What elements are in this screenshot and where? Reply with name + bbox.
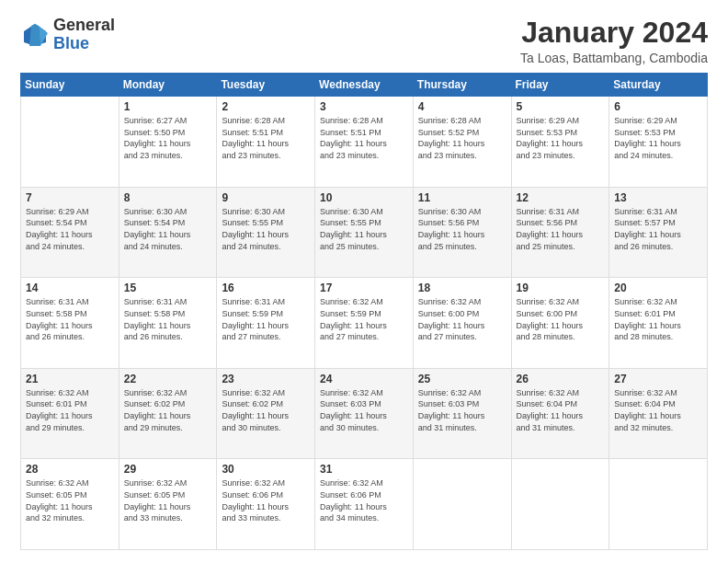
day-number: 13 <box>614 191 702 204</box>
day-number: 16 <box>222 282 310 294</box>
day-number: 4 <box>418 100 506 113</box>
week-row-1: 1Sunrise: 6:27 AM Sunset: 5:50 PM Daylig… <box>21 97 708 188</box>
week-row-5: 28Sunrise: 6:32 AM Sunset: 6:05 PM Dayli… <box>21 459 708 550</box>
day-header-thursday: Thursday <box>413 74 511 97</box>
calendar-cell: 6Sunrise: 6:29 AM Sunset: 5:53 PM Daylig… <box>609 97 708 188</box>
day-info: Sunrise: 6:31 AM Sunset: 5:58 PM Dayligh… <box>124 296 212 342</box>
day-info: Sunrise: 6:32 AM Sunset: 6:06 PM Dayligh… <box>320 477 408 523</box>
logo: General Blue <box>20 17 115 53</box>
day-info: Sunrise: 6:32 AM Sunset: 6:04 PM Dayligh… <box>614 387 702 433</box>
day-number: 10 <box>320 191 408 204</box>
day-info: Sunrise: 6:28 AM Sunset: 5:52 PM Dayligh… <box>418 115 506 161</box>
calendar-cell: 13Sunrise: 6:31 AM Sunset: 5:57 PM Dayli… <box>609 187 708 278</box>
calendar-cell <box>21 97 119 188</box>
day-info: Sunrise: 6:32 AM Sunset: 5:59 PM Dayligh… <box>320 296 408 342</box>
calendar-cell: 16Sunrise: 6:31 AM Sunset: 5:59 PM Dayli… <box>217 278 315 369</box>
day-header-wednesday: Wednesday <box>315 74 414 97</box>
calendar-cell: 14Sunrise: 6:31 AM Sunset: 5:58 PM Dayli… <box>21 278 119 369</box>
calendar-cell: 19Sunrise: 6:32 AM Sunset: 6:00 PM Dayli… <box>511 278 609 369</box>
day-info: Sunrise: 6:31 AM Sunset: 5:58 PM Dayligh… <box>26 296 114 342</box>
day-info: Sunrise: 6:30 AM Sunset: 5:54 PM Dayligh… <box>124 206 212 252</box>
week-row-2: 7Sunrise: 6:29 AM Sunset: 5:54 PM Daylig… <box>21 187 708 278</box>
day-info: Sunrise: 6:30 AM Sunset: 5:55 PM Dayligh… <box>320 206 408 252</box>
calendar-header-row: SundayMondayTuesdayWednesdayThursdayFrid… <box>21 74 708 97</box>
calendar-cell: 8Sunrise: 6:30 AM Sunset: 5:54 PM Daylig… <box>119 187 217 278</box>
day-header-tuesday: Tuesday <box>217 74 315 97</box>
calendar-cell: 7Sunrise: 6:29 AM Sunset: 5:54 PM Daylig… <box>21 187 119 278</box>
day-number: 27 <box>614 373 702 385</box>
day-number: 17 <box>320 282 408 294</box>
day-info: Sunrise: 6:32 AM Sunset: 6:01 PM Dayligh… <box>614 296 702 342</box>
calendar-cell: 28Sunrise: 6:32 AM Sunset: 6:05 PM Dayli… <box>21 459 119 550</box>
day-header-monday: Monday <box>119 74 217 97</box>
day-info: Sunrise: 6:32 AM Sunset: 6:00 PM Dayligh… <box>517 296 605 342</box>
calendar-cell: 23Sunrise: 6:32 AM Sunset: 6:02 PM Dayli… <box>217 368 315 459</box>
day-info: Sunrise: 6:32 AM Sunset: 6:05 PM Dayligh… <box>26 477 114 523</box>
day-number: 23 <box>222 373 310 385</box>
day-info: Sunrise: 6:32 AM Sunset: 6:06 PM Dayligh… <box>222 477 310 523</box>
header: General Blue January 2024 Ta Loas, Batta… <box>20 17 708 65</box>
day-number: 7 <box>26 191 114 204</box>
day-info: Sunrise: 6:29 AM Sunset: 5:53 PM Dayligh… <box>517 115 605 161</box>
day-number: 19 <box>517 282 605 294</box>
day-number: 26 <box>517 373 605 385</box>
calendar-cell: 10Sunrise: 6:30 AM Sunset: 5:55 PM Dayli… <box>315 187 414 278</box>
calendar-cell: 17Sunrise: 6:32 AM Sunset: 5:59 PM Dayli… <box>315 278 414 369</box>
day-header-saturday: Saturday <box>609 74 708 97</box>
calendar-cell: 29Sunrise: 6:32 AM Sunset: 6:05 PM Dayli… <box>119 459 217 550</box>
day-info: Sunrise: 6:30 AM Sunset: 5:56 PM Dayligh… <box>418 206 506 252</box>
calendar-cell: 4Sunrise: 6:28 AM Sunset: 5:52 PM Daylig… <box>413 97 511 188</box>
title-area: January 2024 Ta Loas, Battambang, Cambod… <box>520 17 708 65</box>
day-number: 29 <box>124 463 212 476</box>
day-number: 14 <box>26 282 114 294</box>
day-number: 31 <box>320 463 408 476</box>
calendar-cell <box>511 459 609 550</box>
day-number: 6 <box>614 100 702 113</box>
day-number: 22 <box>124 373 212 385</box>
page: General Blue January 2024 Ta Loas, Batta… <box>0 0 728 563</box>
day-info: Sunrise: 6:32 AM Sunset: 6:02 PM Dayligh… <box>124 387 212 433</box>
day-number: 11 <box>418 191 506 204</box>
day-info: Sunrise: 6:32 AM Sunset: 6:04 PM Dayligh… <box>517 387 605 433</box>
day-info: Sunrise: 6:32 AM Sunset: 6:03 PM Dayligh… <box>320 387 408 433</box>
day-number: 2 <box>222 100 310 113</box>
calendar-cell: 15Sunrise: 6:31 AM Sunset: 5:58 PM Dayli… <box>119 278 217 369</box>
day-number: 21 <box>26 373 114 385</box>
logo-blue: Blue <box>53 35 115 53</box>
day-info: Sunrise: 6:32 AM Sunset: 6:01 PM Dayligh… <box>26 387 114 433</box>
logo-general: General <box>53 17 115 35</box>
calendar-cell: 22Sunrise: 6:32 AM Sunset: 6:02 PM Dayli… <box>119 368 217 459</box>
calendar-cell: 25Sunrise: 6:32 AM Sunset: 6:03 PM Dayli… <box>413 368 511 459</box>
day-number: 12 <box>517 191 605 204</box>
day-info: Sunrise: 6:32 AM Sunset: 6:03 PM Dayligh… <box>418 387 506 433</box>
calendar-cell <box>413 459 511 550</box>
day-header-sunday: Sunday <box>21 74 119 97</box>
day-info: Sunrise: 6:31 AM Sunset: 5:56 PM Dayligh… <box>517 206 605 252</box>
day-info: Sunrise: 6:32 AM Sunset: 6:02 PM Dayligh… <box>222 387 310 433</box>
day-number: 8 <box>124 191 212 204</box>
week-row-3: 14Sunrise: 6:31 AM Sunset: 5:58 PM Dayli… <box>21 278 708 369</box>
calendar-cell: 1Sunrise: 6:27 AM Sunset: 5:50 PM Daylig… <box>119 97 217 188</box>
day-number: 1 <box>124 100 212 113</box>
day-header-friday: Friday <box>511 74 609 97</box>
logo-text: General Blue <box>53 17 115 53</box>
day-number: 18 <box>418 282 506 294</box>
calendar-cell: 12Sunrise: 6:31 AM Sunset: 5:56 PM Dayli… <box>511 187 609 278</box>
calendar-cell: 5Sunrise: 6:29 AM Sunset: 5:53 PM Daylig… <box>511 97 609 188</box>
calendar-cell: 30Sunrise: 6:32 AM Sunset: 6:06 PM Dayli… <box>217 459 315 550</box>
calendar-cell: 9Sunrise: 6:30 AM Sunset: 5:55 PM Daylig… <box>217 187 315 278</box>
logo-icon <box>20 20 50 50</box>
day-info: Sunrise: 6:32 AM Sunset: 6:05 PM Dayligh… <box>124 477 212 523</box>
day-number: 5 <box>517 100 605 113</box>
calendar-cell: 20Sunrise: 6:32 AM Sunset: 6:01 PM Dayli… <box>609 278 708 369</box>
day-number: 25 <box>418 373 506 385</box>
location: Ta Loas, Battambang, Cambodia <box>520 51 708 65</box>
calendar-cell: 18Sunrise: 6:32 AM Sunset: 6:00 PM Dayli… <box>413 278 511 369</box>
day-number: 28 <box>26 463 114 476</box>
calendar-cell: 24Sunrise: 6:32 AM Sunset: 6:03 PM Dayli… <box>315 368 414 459</box>
day-number: 3 <box>320 100 408 113</box>
month-title: January 2024 <box>520 17 708 49</box>
calendar-table: SundayMondayTuesdayWednesdayThursdayFrid… <box>20 73 708 550</box>
calendar-cell <box>609 459 708 550</box>
calendar-cell: 27Sunrise: 6:32 AM Sunset: 6:04 PM Dayli… <box>609 368 708 459</box>
